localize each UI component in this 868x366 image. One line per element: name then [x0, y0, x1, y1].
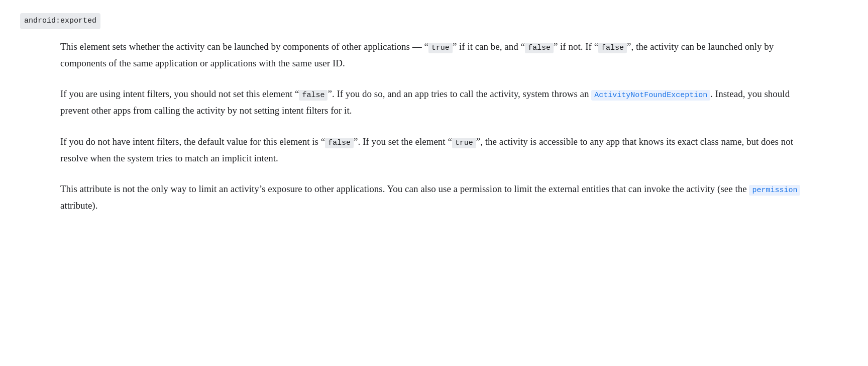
- code-true-2: true: [452, 138, 476, 148]
- android-exported-label: android:exported: [20, 13, 100, 29]
- page-container: android:exported This element sets wheth…: [20, 12, 848, 214]
- paragraph-4: This attribute is not the only way to li…: [60, 180, 818, 214]
- paragraph-2: If you are using intent filters, you sho…: [60, 85, 818, 119]
- code-false-3: false: [299, 90, 328, 101]
- activity-not-found-exception-link[interactable]: ActivityNotFoundException: [591, 88, 710, 99]
- permission-link[interactable]: permission: [749, 184, 800, 194]
- code-true-1: true: [428, 43, 453, 53]
- paragraph-3: If you do not have intent filters, the d…: [60, 133, 818, 167]
- paragraph-1: This element sets whether the activity c…: [60, 38, 818, 72]
- code-false-1: false: [525, 43, 554, 53]
- code-false-2: false: [598, 43, 627, 53]
- code-activity-not-found: ActivityNotFoundException: [591, 90, 710, 101]
- code-false-4: false: [325, 138, 354, 148]
- code-heading: android:exported: [20, 12, 848, 38]
- code-permission: permission: [749, 185, 800, 196]
- content-area: This element sets whether the activity c…: [20, 38, 848, 214]
